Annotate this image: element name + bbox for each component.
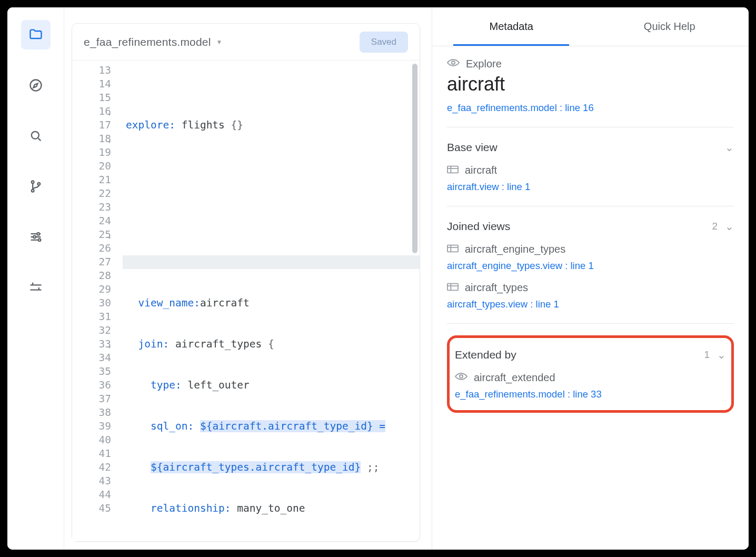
tab-quick-help[interactable]: Quick Help <box>591 21 749 33</box>
svg-point-3 <box>31 190 34 192</box>
joined-view-link[interactable]: aircraft_engine_types.view : line 1 <box>447 258 734 273</box>
saved-badge: Saved <box>360 32 408 53</box>
file-name-dropdown[interactable]: e_faa_refinements.model ▼ <box>84 36 223 48</box>
compass-icon[interactable] <box>21 71 51 100</box>
chevron-down-icon: ▼ <box>216 38 223 46</box>
tab-metadata[interactable]: Metadata <box>432 21 591 33</box>
scrollbar-thumb[interactable] <box>412 64 417 253</box>
explore-icon <box>455 372 467 384</box>
chevron-down-icon: ⌄ <box>717 349 726 361</box>
svg-point-4 <box>37 183 40 185</box>
extended-name: aircraft_extended <box>474 372 555 384</box>
svg-point-5 <box>37 233 39 235</box>
svg-rect-10 <box>447 245 458 252</box>
panel-tabs: Metadata Quick Help <box>432 7 749 46</box>
object-name: aircraft <box>447 73 734 95</box>
editor-body[interactable]: 1314151617181920212223242526272829303132… <box>72 61 420 541</box>
section-joined-views[interactable]: Joined views 2⌄ <box>447 218 734 235</box>
section-extended-by[interactable]: Extended by 1⌄ <box>455 346 726 363</box>
chevron-down-icon: ⌄ <box>725 141 734 154</box>
file-name: e_faa_refinements.model <box>84 36 211 48</box>
svg-point-8 <box>452 61 455 64</box>
view-layout-icon[interactable] <box>21 273 51 302</box>
joined-view-link[interactable]: aircraft_types.view : line 1 <box>447 297 734 312</box>
metadata-panel: Metadata Quick Help Explore aircraft e_f… <box>432 7 749 550</box>
view-icon <box>447 282 459 294</box>
joined-view-name: aircraft_engine_types <box>465 243 565 255</box>
svg-point-0 <box>30 80 41 91</box>
definition-link[interactable]: e_faa_refinements.model : line 16 <box>447 101 734 115</box>
extended-link[interactable]: e_faa_refinements.model : line 33 <box>455 387 726 402</box>
svg-point-7 <box>38 239 41 242</box>
git-branch-icon[interactable] <box>21 172 51 201</box>
code-area[interactable]: explore: flights {} explore: aircraft { … <box>120 61 420 541</box>
line-number-gutter: 1314151617181920212223242526272829303132… <box>72 61 120 541</box>
object-kind: Explore <box>466 58 502 70</box>
svg-point-1 <box>31 132 38 139</box>
left-icon-rail <box>7 7 64 550</box>
settings-sliders-icon[interactable] <box>21 222 51 252</box>
base-view-name: aircraft <box>465 164 497 176</box>
explore-icon <box>447 58 460 70</box>
code-editor: e_faa_refinements.model ▼ Saved 13141516… <box>72 23 420 542</box>
svg-rect-11 <box>447 284 458 291</box>
section-base-view[interactable]: Base view ⌄ <box>447 139 734 156</box>
svg-point-12 <box>460 375 463 378</box>
svg-point-2 <box>31 181 34 184</box>
view-icon <box>447 243 459 255</box>
svg-rect-9 <box>447 166 458 173</box>
view-icon <box>447 164 459 176</box>
chevron-down-icon: ⌄ <box>725 220 734 233</box>
search-icon[interactable] <box>21 121 51 151</box>
extended-by-callout: Extended by 1⌄ aircraft_extended e_faa_r… <box>447 335 734 413</box>
svg-point-6 <box>33 236 36 238</box>
folder-icon[interactable] <box>21 20 51 49</box>
joined-view-name: aircraft_types <box>465 282 528 294</box>
base-view-link[interactable]: aircraft.view : line 1 <box>447 180 734 194</box>
